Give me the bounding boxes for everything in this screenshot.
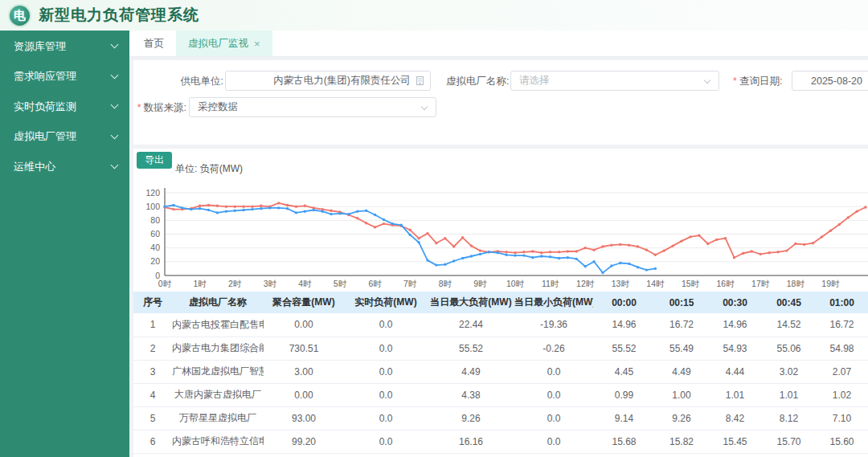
chevron-down-icon: [111, 101, 119, 109]
table-cell: 99.20: [264, 430, 344, 453]
table-cell: 0.99: [593, 383, 655, 406]
svg-text:16时: 16时: [717, 279, 735, 288]
table-cell: 8.12: [762, 406, 816, 430]
table-cell: 1: [133, 313, 172, 337]
table-cell: 4.44: [708, 360, 762, 383]
table-cell: 0.0: [344, 360, 428, 383]
table-cell: 9.14: [593, 406, 655, 430]
table-cell: 15.45: [708, 430, 762, 453]
table-cell: 内蒙古电投霍白配售电...: [172, 313, 264, 337]
sidebar-item-2[interactable]: 实时负荷监测: [0, 92, 129, 122]
table-cell: 2: [133, 337, 172, 360]
table-cell: 0.0: [514, 383, 593, 406]
column-header: 虚拟电厂名称: [172, 292, 264, 313]
table-cell: 54.93: [708, 337, 762, 360]
table-cell: 0.0: [344, 337, 428, 360]
chevron-down-icon: [111, 161, 119, 169]
column-header: 聚合容量(MW): [264, 292, 344, 313]
table-cell: 4.49: [655, 360, 708, 383]
svg-text:10时: 10时: [506, 279, 525, 288]
svg-text:6时: 6时: [368, 279, 382, 288]
svg-text:15时: 15时: [682, 279, 700, 288]
table-cell: 55.52: [593, 337, 655, 360]
app-header: 电 新型电力负荷管理系统: [0, 0, 868, 31]
table-cell: 16.72: [816, 313, 868, 337]
svg-text:40: 40: [150, 243, 160, 252]
table-cell: 16.72: [655, 313, 708, 337]
sidebar-item-label: 虚拟电厂管理: [14, 129, 76, 144]
chevron-down-icon: [111, 131, 119, 139]
table-cell: 14.52: [762, 313, 816, 337]
svg-text:0时: 0时: [158, 279, 172, 288]
tab-0[interactable]: 首页: [132, 31, 176, 56]
data-source-select[interactable]: 采控数据: [189, 97, 436, 117]
column-header: 01:00: [816, 292, 868, 313]
sidebar-item-0[interactable]: 资源库管理: [0, 31, 129, 62]
table-cell: 4.45: [593, 360, 655, 383]
column-header: 序号: [133, 292, 172, 313]
svg-text:12时: 12时: [576, 279, 595, 288]
table-cell: 4.49: [428, 360, 514, 383]
close-icon[interactable]: ×: [254, 39, 260, 49]
table-cell: 0.0: [514, 406, 593, 430]
table-cell: 0.0: [344, 383, 428, 406]
data-source-label: *数据来源:: [135, 101, 186, 115]
supply-unit-input[interactable]: 内蒙古电力(集团)有限责任公司: [225, 71, 431, 91]
table-row: 4大唐内蒙古虚拟电厂0.000.04.380.00.991.001.011.01…: [133, 383, 868, 406]
tab-label: 首页: [144, 37, 164, 51]
table-cell: 15.82: [655, 430, 708, 453]
supply-unit-label: 供电单位:: [167, 75, 223, 88]
table-cell: 15.70: [762, 430, 816, 453]
svg-text:60: 60: [150, 229, 160, 239]
column-header: 当日最大负荷(MW): [428, 292, 514, 313]
export-button[interactable]: 导出: [137, 152, 172, 169]
column-header: 当日最小负荷(MW): [514, 292, 593, 313]
table-cell: 3.00: [264, 360, 344, 383]
chart-panel: 导出 单位: 负荷(MW) 0204060801001200时1时2时3时4时5…: [133, 149, 868, 457]
table-cell: 0.0: [344, 430, 428, 453]
svg-text:120: 120: [145, 188, 160, 198]
table-cell: 1.02: [816, 383, 868, 406]
sidebar-item-3[interactable]: 虚拟电厂管理: [0, 122, 129, 153]
table-cell: 1.01: [762, 383, 816, 406]
sidebar-item-1[interactable]: 需求响应管理: [0, 62, 129, 92]
table-cell: 2.07: [816, 360, 868, 383]
table-cell: 0.0: [344, 406, 428, 430]
table-cell: 0.00: [264, 383, 344, 406]
filter-panel: 供电单位: 内蒙古电力(集团)有限责任公司 虚拟电厂名称: 请选择: [133, 60, 868, 145]
table-cell: 16.16: [428, 430, 514, 453]
sidebar-item-4[interactable]: 运维中心: [0, 152, 129, 182]
table-cell: 0.0: [344, 313, 428, 337]
main-area: 首页虚拟电厂监视× 供电单位: 内蒙古电力(集团)有限责任公司 虚拟电厂名称:: [129, 31, 868, 457]
table-cell: 7.10: [816, 406, 868, 430]
vpp-table: 序号虚拟电厂名称聚合容量(MW)实时负荷(MW)当日最大负荷(MW)当日最小负荷…: [133, 292, 868, 454]
svg-text:14时: 14时: [646, 279, 665, 288]
table-cell: 8.42: [708, 406, 762, 430]
sidebar-item-label: 运维中心: [14, 160, 55, 174]
query-date-label: *查询日期:: [733, 75, 782, 88]
vpp-table-wrap: 序号虚拟电厂名称聚合容量(MW)实时负荷(MW)当日最大负荷(MW)当日最小负荷…: [133, 292, 868, 457]
table-header: 序号虚拟电厂名称聚合容量(MW)实时负荷(MW)当日最大负荷(MW)当日最小负荷…: [133, 292, 868, 313]
query-date-input[interactable]: 2025-08-20: [792, 71, 868, 91]
table-cell: 5: [133, 406, 172, 430]
svg-text:5时: 5时: [334, 279, 347, 288]
table-cell: 0.00: [264, 313, 344, 337]
table-row: 1内蒙古电投霍白配售电...0.000.022.44-19.3614.9616.…: [133, 313, 868, 337]
table-row: 3广林国龙虚拟电厂智慧...3.000.04.490.04.454.494.44…: [133, 360, 868, 383]
svg-text:2时: 2时: [228, 279, 242, 288]
sidebar: 资源库管理需求响应管理实时负荷监测虚拟电厂管理运维中心: [0, 31, 129, 457]
table-cell: 4.38: [428, 383, 514, 406]
building-icon: [415, 75, 425, 86]
tab-1[interactable]: 虚拟电厂监视×: [176, 31, 272, 56]
sidebar-item-label: 需求响应管理: [14, 69, 76, 84]
required-asterisk: *: [137, 102, 141, 113]
column-header: 00:00: [593, 292, 655, 313]
table-cell: 0.0: [514, 430, 593, 453]
svg-text:7时: 7时: [403, 279, 417, 288]
svg-text:80: 80: [150, 215, 160, 225]
vpp-name-select[interactable]: 请选择: [510, 71, 719, 91]
svg-text:8时: 8时: [439, 279, 452, 288]
table-cell: 内蒙古呼和浩特立信电...: [172, 430, 264, 453]
chevron-down-icon: [111, 71, 119, 79]
table-row: 5万帮星星虚拟电厂93.000.09.260.09.149.268.428.12…: [133, 406, 868, 430]
